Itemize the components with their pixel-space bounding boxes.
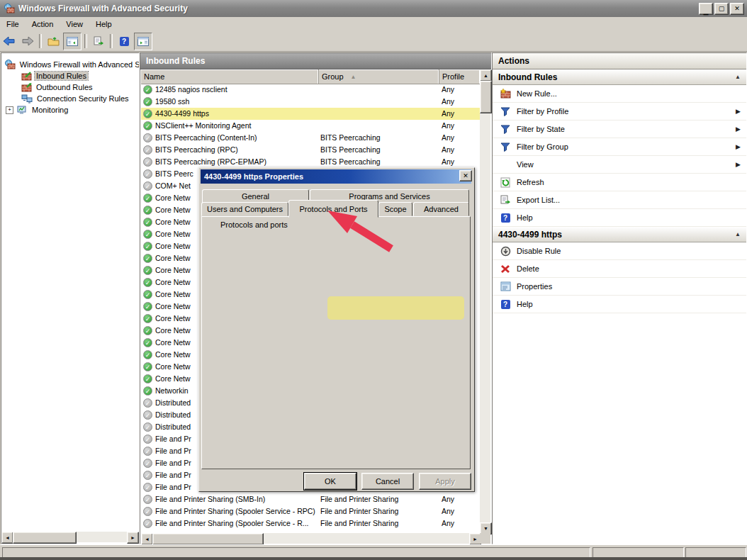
list-horizontal-scrollbar[interactable]: ◄ ►: [141, 533, 480, 544]
tree-item-connection-security-rules[interactable]: Connection Security Rules: [21, 93, 139, 104]
action-filter-by-state[interactable]: Filter by State ▶: [493, 121, 746, 138]
action-properties[interactable]: Properties: [493, 278, 746, 296]
rule-state-icon: ✓: [143, 302, 152, 311]
tree-item-inbound-rules[interactable]: Inbound Rules: [21, 70, 139, 82]
minimize-button[interactable]: ▁: [699, 3, 713, 15]
rule-state-icon: ✓: [143, 266, 152, 275]
action-disable-rule[interactable]: Disable Rule: [493, 242, 746, 260]
action-filter-by-group[interactable]: Filter by Group ▶: [493, 138, 746, 156]
tab-users-and-computers[interactable]: Users and Computers: [201, 202, 288, 216]
rule-state-icon: ✓: [143, 422, 152, 432]
action-filter-by-profile[interactable]: Filter by Profile ▶: [493, 103, 746, 121]
rule-state-icon: ✓: [143, 133, 152, 142]
rule-state-icon: ✓: [143, 314, 152, 323]
show-action-pane-button[interactable]: [134, 33, 152, 50]
actions-pane: Actions Inbound Rules ▲ New Rule... Filt…: [492, 52, 747, 544]
dialog-titlebar[interactable]: 4430-4499 https Properties: [201, 169, 471, 184]
disable-rule-icon: [499, 246, 512, 257]
filter-icon: [499, 125, 512, 134]
dialog-close-icon[interactable]: ✕: [459, 170, 472, 181]
submenu-arrow-icon: ▶: [736, 161, 741, 168]
table-row[interactable]: ✓ 19580 ssh Any: [141, 96, 480, 108]
action-view[interactable]: View ▶: [493, 156, 746, 174]
tab-protocols-and-ports[interactable]: Protocols and Ports: [288, 200, 378, 218]
export-list-button[interactable]: [90, 33, 107, 50]
scrollbar-thumb[interactable]: [480, 81, 492, 113]
filter-icon: [499, 142, 512, 152]
expand-icon[interactable]: +: [6, 106, 13, 114]
column-header-profile[interactable]: Profile: [439, 69, 480, 84]
table-row[interactable]: ✓ File and Printer Sharing (SMB-In) File…: [141, 493, 480, 505]
toolbar-separator: [110, 34, 113, 48]
refresh-icon: [499, 177, 512, 188]
table-row[interactable]: ✓ File and Printer Sharing (Spooler Serv…: [141, 517, 480, 530]
action-help[interactable]: ? Help: [493, 209, 746, 227]
column-header-group[interactable]: Group▲: [319, 69, 439, 84]
collapse-icon[interactable]: ▲: [735, 231, 741, 237]
close-button[interactable]: ✕: [730, 3, 744, 15]
rule-state-icon: ✓: [143, 459, 152, 468]
console-tree-icon: [67, 37, 78, 46]
tree-horizontal-scrollbar[interactable]: ◄ ►: [1, 532, 137, 542]
tab-advanced[interactable]: Advanced: [413, 202, 469, 216]
apply-button[interactable]: Apply: [419, 473, 471, 490]
maximize-button[interactable]: ▢: [714, 3, 729, 15]
menu-view[interactable]: View: [60, 18, 89, 30]
back-icon: [3, 36, 16, 46]
cancel-button[interactable]: Cancel: [361, 473, 414, 490]
table-row[interactable]: ✓ 4430-4499 https Any: [141, 108, 480, 120]
menu-action[interactable]: Action: [26, 18, 60, 30]
scrollbar-thumb[interactable]: [152, 533, 264, 545]
rule-state-icon: ✓: [143, 218, 152, 227]
help-button[interactable]: ?: [116, 33, 133, 50]
action-help-rule[interactable]: ? Help: [493, 296, 746, 313]
table-row[interactable]: ✓ BITS Peercaching (RPC) BITS Peercachin…: [141, 144, 480, 156]
scroll-right-icon[interactable]: ►: [127, 532, 139, 544]
actions-section-rule[interactable]: 4430-4499 https ▲: [493, 227, 746, 242]
actions-panel-title: Actions: [493, 53, 746, 69]
menu-file[interactable]: File: [0, 18, 26, 30]
scroll-left-icon[interactable]: ◄: [1, 532, 13, 544]
scroll-up-icon[interactable]: ▲: [480, 69, 492, 82]
up-level-button[interactable]: [45, 33, 62, 50]
column-headers: Name Group▲ Profile: [141, 69, 480, 84]
list-vertical-scrollbar[interactable]: ▲ ▼: [480, 69, 490, 533]
help-icon: ?: [120, 37, 129, 46]
rule-state-icon: ✓: [143, 181, 152, 191]
tab-scope[interactable]: Scope: [378, 202, 412, 216]
scroll-left-icon[interactable]: ◄: [141, 533, 153, 545]
rule-state-icon: ✓: [143, 194, 152, 203]
window-bottom-edge: [0, 557, 747, 560]
window-titlebar[interactable]: Windows Firewall with Advanced Security …: [0, 0, 747, 17]
tree-item-outbound-rules[interactable]: Outbound Rules: [21, 82, 139, 93]
table-row[interactable]: ✓ 12485 nagios nsclient Any: [141, 84, 480, 96]
action-new-rule[interactable]: New Rule...: [493, 85, 746, 103]
action-export-list[interactable]: Export List...: [493, 191, 746, 209]
table-row[interactable]: ✓ BITS Peercaching (RPC-EPMAP) BITS Peer…: [141, 156, 480, 168]
rule-state-icon: ✓: [143, 121, 152, 130]
export-list-icon: [94, 36, 104, 46]
forward-button[interactable]: [19, 33, 36, 50]
show-console-tree-button[interactable]: [63, 33, 82, 50]
menu-help[interactable]: Help: [89, 18, 118, 30]
properties-icon: [499, 281, 512, 291]
collapse-icon[interactable]: ▲: [735, 74, 741, 80]
actions-section-inbound-rules[interactable]: Inbound Rules ▲: [493, 69, 746, 85]
tree-item-monitoring[interactable]: + Monitoring: [6, 104, 139, 116]
tree-item-root[interactable]: Windows Firewall with Advanced S: [4, 59, 139, 70]
ok-button[interactable]: OK: [304, 473, 356, 490]
column-header-name[interactable]: Name: [141, 69, 319, 84]
table-row[interactable]: ✓ BITS Peercaching (Content-In) BITS Pee…: [141, 132, 480, 144]
groupbox-label: Protocols and ports: [218, 220, 291, 229]
delete-icon: [499, 264, 512, 274]
status-segment: [2, 547, 590, 558]
table-row[interactable]: ✓ File and Printer Sharing (Spooler Serv…: [141, 505, 480, 517]
table-row[interactable]: ✓ NSClient++ Monitoring Agent Any: [141, 120, 480, 132]
scrollbar-thumb[interactable]: [13, 532, 77, 544]
connection-security-icon: [21, 94, 33, 103]
app-window: Windows Firewall with Advanced Security …: [0, 0, 747, 560]
action-refresh[interactable]: Refresh: [493, 174, 746, 191]
action-delete[interactable]: Delete: [493, 260, 746, 278]
rule-state-icon: ✓: [143, 157, 152, 167]
back-button[interactable]: [1, 33, 18, 50]
